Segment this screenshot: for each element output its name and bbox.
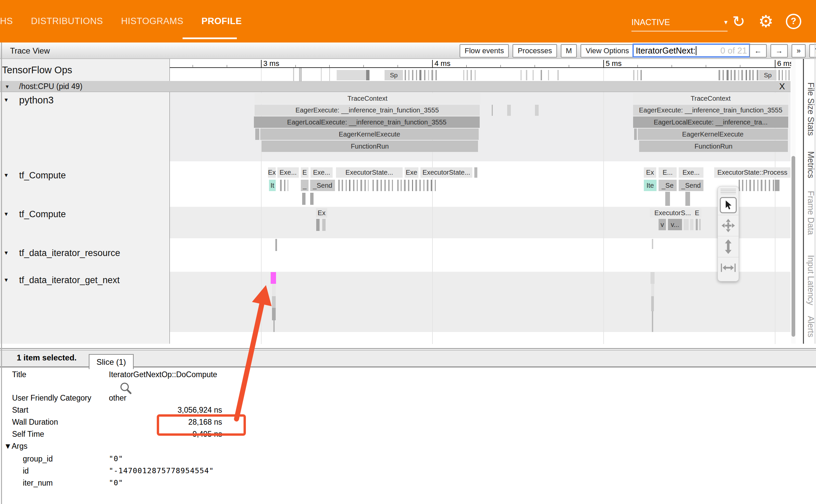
trace-stripe[interactable]: [412, 70, 413, 80]
trace-slice[interactable]: ExecutorState::Process: [714, 167, 791, 178]
trace-stripe[interactable]: [408, 70, 410, 80]
trace-stripe[interactable]: [342, 180, 343, 191]
trace-stripe[interactable]: [753, 180, 755, 191]
trace-stripe[interactable]: [293, 68, 294, 81]
trace-stripe[interactable]: [357, 180, 358, 191]
trace-stripe[interactable]: [741, 70, 743, 80]
trace-slice[interactable]: [275, 239, 277, 251]
sidebar-tab-metrics[interactable]: Metrics: [806, 151, 816, 178]
trace-stripe[interactable]: [757, 70, 758, 80]
help-icon[interactable]: ?: [786, 0, 801, 43]
selection-tool-button[interactable]: [718, 195, 739, 215]
trace-stripe[interactable]: [349, 180, 350, 191]
trace-stripe[interactable]: [749, 70, 751, 80]
toolbar-button-processes[interactable]: Processes: [513, 44, 557, 58]
trace-slice[interactable]: Ex: [644, 167, 656, 178]
trace-slice[interactable]: EagerKernelExecute: [638, 129, 788, 140]
selected-slice-iterator-get-next[interactable]: [271, 272, 276, 284]
trace-slice[interactable]: E...: [659, 167, 677, 178]
trace-stripe[interactable]: [364, 180, 366, 191]
trace-stripe[interactable]: [388, 180, 390, 191]
trace-stripe[interactable]: [416, 70, 417, 80]
trace-stripe[interactable]: [775, 180, 779, 191]
palette-drag-handle[interactable]: [721, 189, 736, 194]
trace-stripe[interactable]: [435, 70, 437, 80]
trace-stripe[interactable]: [738, 70, 739, 80]
trace-slice[interactable]: Exe...: [311, 167, 333, 178]
trace-stripe[interactable]: [284, 180, 285, 191]
trace-stripe[interactable]: [404, 180, 406, 191]
sidebar-tab-alerts[interactable]: Alerts: [806, 316, 816, 337]
trace-slice[interactable]: [699, 219, 701, 230]
trace-slice[interactable]: E: [693, 208, 701, 218]
trace-slice[interactable]: [634, 129, 637, 140]
trace-stripe[interactable]: [405, 70, 406, 80]
trace-stripe[interactable]: [353, 180, 354, 191]
trace-stripe[interactable]: [372, 180, 374, 191]
trace-stripe[interactable]: [366, 70, 369, 80]
trace-stripe[interactable]: [727, 70, 729, 80]
trace-slice[interactable]: [272, 284, 276, 296]
trace-slice[interactable]: [255, 129, 259, 140]
scrollbar-thumb[interactable]: [792, 156, 795, 337]
trace-slice[interactable]: [474, 167, 477, 178]
trace-slice[interactable]: v...: [668, 219, 682, 230]
trace-slice[interactable]: EagerExecute: __inference_train_function…: [255, 105, 480, 116]
trace-slice[interactable]: [651, 272, 655, 284]
sidebar-section-tf_data_iterator_resource[interactable]: ▼tf_data_iterator_resource: [0, 246, 120, 260]
trace-slice[interactable]: Exe...: [679, 167, 703, 178]
trace-stripe[interactable]: [640, 70, 642, 80]
trace-slice[interactable]: [492, 105, 493, 116]
trace-slice[interactable]: TraceContext: [255, 93, 480, 104]
trace-slice[interactable]: TraceContext: [633, 93, 788, 104]
trace-slice[interactable]: [535, 105, 539, 116]
trace-stripe[interactable]: [431, 180, 432, 191]
trace-slice[interactable]: FunctionRun: [262, 141, 478, 152]
trace-slice[interactable]: [651, 284, 654, 296]
trace-stripe[interactable]: [321, 68, 322, 81]
trace-slice[interactable]: _: [301, 180, 309, 191]
gear-icon[interactable]: ⚙: [758, 0, 773, 43]
trace-slice[interactable]: Exe...: [277, 167, 299, 178]
trace-slice[interactable]: [651, 296, 654, 311]
trace-slice[interactable]: [272, 308, 276, 320]
trace-slice[interactable]: _Se: [659, 180, 677, 191]
trace-slice[interactable]: ExecutorState...: [420, 167, 472, 178]
search-nav-button[interactable]: ←: [749, 44, 767, 58]
trace-stripe[interactable]: [397, 180, 399, 191]
trace-stripe[interactable]: [734, 70, 736, 80]
trace-slice[interactable]: [696, 219, 698, 230]
trace-stripe[interactable]: [785, 70, 787, 80]
trace-stripe[interactable]: [338, 180, 340, 191]
trace-slice[interactable]: Sp: [385, 70, 403, 80]
trace-stripe[interactable]: [789, 70, 790, 80]
trace-slice[interactable]: FunctionRun: [639, 141, 788, 152]
trace-stripe[interactable]: [299, 68, 300, 81]
trace-stripe[interactable]: [346, 180, 347, 191]
trace-slice[interactable]: Ite: [644, 180, 657, 191]
trace-slice[interactable]: EagerLocalExecute: __inference_train_fun…: [254, 116, 480, 128]
trace-stripe[interactable]: [548, 70, 549, 80]
trace-slice[interactable]: [310, 193, 314, 205]
trace-stripe[interactable]: [423, 180, 424, 191]
trace-stripe[interactable]: [637, 70, 638, 80]
trace-stripe[interactable]: [746, 180, 747, 191]
trace-stripe[interactable]: [782, 70, 783, 80]
trace-slice[interactable]: ExecutorS...: [650, 208, 695, 218]
trace-slice[interactable]: EagerKernelExecute: [260, 129, 479, 140]
trace-stripe[interactable]: [419, 70, 421, 80]
trace-slice[interactable]: _Send: [679, 180, 703, 191]
trace-slice[interactable]: [507, 105, 511, 116]
trace-stripe[interactable]: [427, 180, 428, 191]
tab-hs[interactable]: HS: [0, 16, 13, 26]
trace-stripe[interactable]: [471, 70, 472, 80]
trace-slice[interactable]: [665, 192, 670, 206]
trace-slice[interactable]: ExecutorState...: [336, 167, 403, 178]
trace-stripe[interactable]: [746, 70, 747, 80]
trace-stripe[interactable]: [475, 70, 476, 80]
trace-stripe[interactable]: [742, 180, 743, 191]
search-nav-button[interactable]: →: [770, 44, 788, 58]
trace-stripe[interactable]: [392, 180, 393, 191]
trace-stripe[interactable]: [526, 70, 527, 80]
trace-stripe[interactable]: [541, 70, 542, 80]
